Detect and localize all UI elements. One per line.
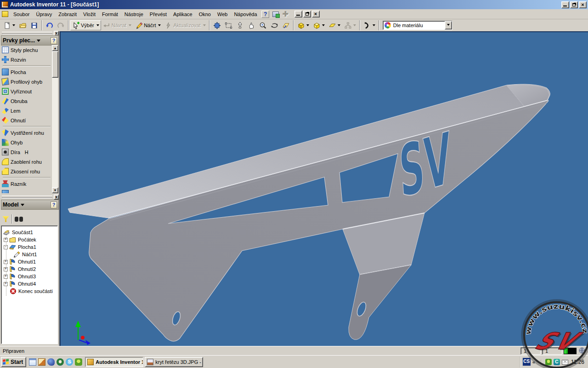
close-panel-icon[interactable]: x [54, 195, 59, 200]
panel-grip[interactable]: x [1, 31, 59, 35]
icq-flower-icon[interactable] [545, 359, 552, 365]
document-icon[interactable] [2, 11, 8, 17]
tree-item-ohnuti4[interactable]: + Ohnutí4 [1, 280, 57, 288]
find-binoculars-icon[interactable] [15, 216, 23, 222]
scroll-down-icon[interactable]: ▼ [52, 187, 58, 193]
menu-format[interactable]: Formát [99, 10, 121, 18]
display-mode-button[interactable] [295, 20, 311, 30]
restore-button[interactable] [570, 1, 578, 8]
feature-rozvin[interactable]: Rozvin [1, 55, 52, 64]
slice-graphics-dropdown[interactable] [338, 24, 340, 28]
tree-item-pocatek[interactable]: + Počátek [1, 236, 57, 243]
display-mode-dropdown[interactable] [306, 24, 309, 28]
part-right-leg[interactable] [349, 265, 411, 339]
expand-plus-icon[interactable]: + [4, 275, 8, 279]
slice-graphics-button[interactable] [327, 20, 342, 30]
tree-item-ohnuti2[interactable]: + Ohnutí2 [1, 265, 57, 273]
feature-dira[interactable]: DíraH [1, 147, 52, 157]
scroll-thumb[interactable] [52, 51, 58, 78]
feature-obruba[interactable]: Obruba [1, 96, 52, 106]
expand-plus-icon[interactable]: + [4, 260, 8, 264]
menu-upravy[interactable]: Úpravy [33, 10, 55, 18]
feature-zaobleni-rohu[interactable]: Zaoblení rohu [1, 157, 52, 167]
open-button[interactable] [17, 20, 28, 30]
menu-nastroje[interactable]: Nástroje [121, 10, 147, 18]
skype-icon[interactable]: S [66, 358, 73, 366]
child-close-button[interactable]: × [312, 11, 320, 17]
feature-styly-plechu[interactable]: Styly plechu [1, 45, 52, 55]
features-panel-header[interactable]: Prvky plec... ? [1, 35, 59, 46]
new-button[interactable] [1, 20, 17, 30]
feature-partial[interactable] [1, 189, 52, 193]
expand-plus-icon[interactable]: + [4, 282, 8, 286]
arc-tool-button[interactable] [362, 20, 377, 30]
menu-napoveda[interactable]: Nápověda [231, 10, 260, 18]
tree-item-nacrt1[interactable]: Náčrt1 [1, 251, 57, 258]
feature-profilovy-ohyb[interactable]: Profilový ohyb [1, 77, 52, 86]
start-button[interactable]: Start [1, 357, 26, 367]
menu-vlozit[interactable]: Vložit [80, 10, 99, 18]
pan-button[interactable] [246, 20, 257, 30]
feature-raznik[interactable]: Razník [1, 179, 52, 189]
tree-item-plocha1[interactable]: - Plocha1 [1, 243, 57, 251]
tree-item-soucast1[interactable]: Součást1 [1, 229, 57, 236]
save-button[interactable] [28, 20, 40, 30]
chevron-down-icon[interactable] [37, 40, 40, 44]
tree-item-ohnuti3[interactable]: + Ohnutí3 [1, 273, 57, 280]
document-icon[interactable] [29, 358, 36, 366]
collapse-minus-icon[interactable]: - [4, 245, 8, 249]
close-button[interactable]: × [579, 1, 587, 8]
expand-plus-icon[interactable]: + [4, 238, 8, 242]
select-button[interactable]: Výběr [70, 20, 101, 30]
panel-grip[interactable]: x [1, 195, 59, 199]
camera-mode-button[interactable] [311, 20, 327, 30]
feature-vyriznout[interactable]: Vyříznout [1, 86, 52, 96]
filter-funnel-icon[interactable] [2, 216, 9, 222]
feature-ohyb[interactable]: Ohyb [1, 138, 52, 147]
language-indicator[interactable]: CS [523, 358, 531, 366]
features-scrollbar[interactable]: ▲ ▼ [51, 45, 58, 193]
material-combobox[interactable]: Dle materiálu [383, 21, 452, 30]
sketch-button[interactable]: Náčrt [133, 20, 163, 30]
camera-mode-dropdown[interactable] [322, 24, 325, 28]
feature-zkoseni-rohu[interactable]: Zkosení rohu [1, 167, 52, 176]
undo-button[interactable] [44, 20, 55, 30]
sketch-dropdown[interactable] [158, 24, 161, 28]
help-button[interactable]: ? [261, 10, 270, 18]
feature-plocha[interactable]: Plocha [1, 67, 52, 77]
redo-button[interactable] [55, 20, 67, 30]
child-restore-button[interactable] [303, 11, 311, 17]
feature-lem[interactable]: Lem [1, 106, 52, 115]
menu-aplikace[interactable]: Aplikace [170, 10, 196, 18]
image-icon[interactable] [38, 358, 45, 366]
speaker-icon[interactable] [537, 359, 543, 365]
model-panel-header[interactable]: Model ? [1, 200, 59, 210]
feature-ohnuti[interactable]: Ohnutí [1, 115, 52, 125]
arc-tool-dropdown[interactable] [373, 24, 375, 28]
zoom-dynamic-button[interactable] [234, 20, 246, 30]
feature-vystrizeni-rohu[interactable]: Vystřižení rohu [1, 128, 52, 138]
icq-blue-icon[interactable] [47, 358, 55, 366]
media-player-icon[interactable] [57, 358, 64, 366]
child-minimize-button[interactable] [294, 11, 302, 17]
tree-item-konec-soucasti[interactable]: Konec součásti [1, 288, 57, 295]
zoom-select-button[interactable] [257, 20, 269, 30]
minimize-button[interactable] [561, 1, 569, 8]
task-button-inventor[interactable]: Autodesk Inventor 1... [85, 357, 143, 367]
scroll-up-icon[interactable]: ▲ [52, 45, 58, 51]
tree-item-ohnuti1[interactable]: + Ohnutí1 [1, 258, 57, 265]
zoom-all-button[interactable] [211, 20, 223, 30]
mail-envelope-icon[interactable] [562, 360, 568, 365]
zoom-window-button[interactable] [223, 20, 234, 30]
task-button-paint[interactable]: kryt řetězu 3D.JPG - Mal... [145, 357, 203, 367]
part-main-face[interactable] [89, 98, 548, 341]
update-sync-icon[interactable] [271, 10, 280, 18]
material-dropdown-button[interactable] [445, 21, 452, 29]
panel-help-button[interactable]: ? [51, 201, 57, 208]
icq-green-icon[interactable] [75, 358, 82, 366]
rotate-button[interactable] [269, 20, 280, 30]
graphics-viewport[interactable]: SV [60, 31, 588, 346]
chevron-down-icon[interactable] [21, 204, 24, 208]
menu-web[interactable]: Web [214, 10, 231, 18]
panel-help-button[interactable]: ? [51, 37, 57, 44]
